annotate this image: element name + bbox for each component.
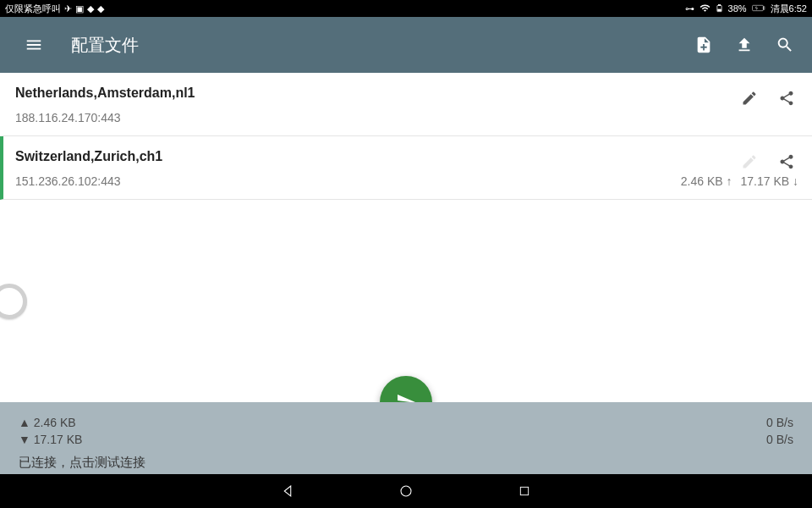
wifi-icon (700, 3, 710, 15)
svg-rect-1 (718, 4, 720, 5)
upload-total: ▲ 2.46 KB (19, 414, 76, 431)
status-bar: 仅限紧急呼叫 ✈ ▣ ◆ ◆ ⊶ 38% 清晨6:52 (0, 0, 812, 17)
profiles-list: Netherlands,Amsterdam,nl1 188.116.24.170… (0, 73, 812, 200)
svg-rect-2 (717, 8, 721, 11)
back-button[interactable] (271, 474, 304, 508)
time: 清晨6:52 (771, 3, 807, 15)
profile-item[interactable]: Netherlands,Amsterdam,nl1 188.116.24.170… (0, 73, 812, 136)
svg-rect-4 (763, 6, 765, 8)
upload-stat: 2.46 KB ↑ (681, 174, 732, 188)
svg-rect-3 (752, 5, 763, 10)
app-title: 配置文件 (71, 34, 683, 57)
connection-status: 已连接，点击测试连接 (19, 455, 793, 471)
profile-item[interactable]: Switzerland,Zurich,ch1 151.236.26.102:44… (0, 136, 812, 200)
footer-row: ▲ 2.46 KB 0 B/s (19, 414, 793, 431)
upload-rate: 0 B/s (766, 414, 793, 431)
profile-address: 151.236.26.102:443 (15, 174, 719, 188)
profile-stats: 2.46 KB ↑ 17.17 KB ↓ (681, 174, 798, 188)
share-button[interactable] (768, 80, 805, 117)
status-right: ⊶ 38% 清晨6:52 (683, 3, 807, 15)
send-icon: ✈ (64, 3, 72, 14)
home-button[interactable] (389, 474, 423, 508)
download-stat: 17.17 KB ↓ (741, 174, 799, 188)
status-left: 仅限紧急呼叫 ✈ ▣ ◆ ◆ (5, 3, 104, 15)
svg-rect-6 (520, 487, 528, 494)
recent-button[interactable] (508, 474, 541, 508)
edit-button[interactable] (731, 80, 768, 117)
footer-row: ▼ 17.17 KB 0 B/s (19, 431, 793, 448)
add-profile-button[interactable] (683, 25, 724, 65)
profile-actions (731, 73, 812, 135)
download-rate: 0 B/s (766, 431, 793, 448)
search-button[interactable] (765, 25, 805, 65)
profile-actions (731, 136, 812, 199)
sim-card-icon: ▣ (75, 3, 84, 14)
diamond-icon: ◆ (87, 3, 94, 14)
download-total: ▼ 17.17 KB (19, 431, 82, 448)
profile-title: Netherlands,Amsterdam,nl1 (15, 86, 719, 101)
app-bar: 配置文件 (0, 17, 812, 73)
diamond-icon: ◆ (97, 3, 104, 14)
upload-button[interactable] (724, 25, 765, 65)
profile-address: 188.116.24.170:443 (15, 111, 719, 124)
connection-footer[interactable]: ▲ 2.46 KB 0 B/s ▼ 17.17 KB 0 B/s 已连接，点击测… (0, 402, 812, 474)
menu-button[interactable] (14, 25, 54, 65)
battery-pct: 38% (728, 3, 747, 14)
profile-main: Netherlands,Amsterdam,nl1 188.116.24.170… (3, 73, 731, 135)
emergency-text: 仅限紧急呼叫 (5, 3, 61, 15)
refresh-indicator (0, 284, 27, 319)
battery-icon (716, 3, 723, 15)
profile-title: Switzerland,Zurich,ch1 (15, 149, 719, 164)
nav-bar (0, 474, 812, 508)
charging-icon (752, 3, 765, 14)
vpn-key-icon: ⊶ (685, 3, 694, 14)
profile-main: Switzerland,Zurich,ch1 151.236.26.102:44… (3, 136, 731, 199)
svg-point-5 (401, 486, 411, 496)
